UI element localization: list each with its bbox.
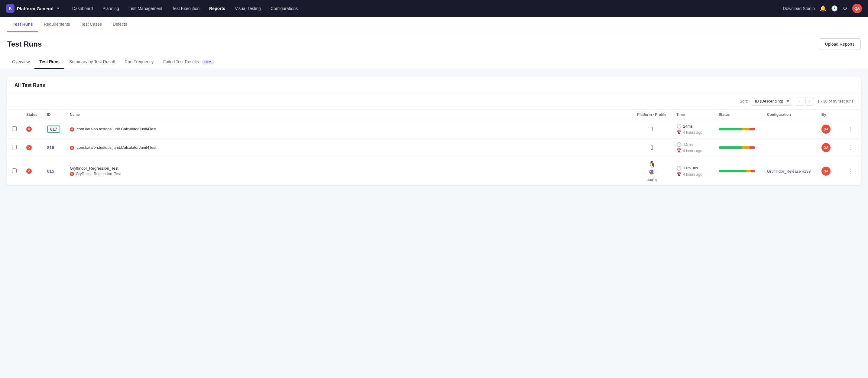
subtab-defects[interactable]: Defects <box>107 17 132 32</box>
row-id-cell: 815 <box>42 157 65 185</box>
nav-test-execution[interactable]: Test Execution <box>168 4 204 13</box>
nav-reports[interactable]: Reports <box>205 4 229 13</box>
run-name: Gryffindor_Regression_Test <box>70 166 627 171</box>
run-id-link[interactable]: 817 <box>47 125 60 133</box>
col-header-time: Time <box>672 110 714 120</box>
tab-test-runs[interactable]: Test Runs <box>34 55 64 69</box>
linux-icon: 🐧 <box>648 161 656 168</box>
bar-incomplete <box>746 170 751 172</box>
row-checkbox[interactable] <box>12 126 17 131</box>
subtab-requirements[interactable]: Requirements <box>38 17 75 32</box>
run-sub-name-row: ✕ Gryffindor_Regression_Test <box>70 172 627 176</box>
row-status-bar-cell <box>714 120 762 139</box>
tab-overview[interactable]: Overview <box>7 55 34 69</box>
svg-point-2 <box>651 171 653 173</box>
row-name-cell: Gryffindor_Regression_Test ✕ Gryffindor_… <box>65 157 632 185</box>
run-id-link[interactable]: 815 <box>47 169 54 174</box>
beta-badge: Beta <box>202 60 214 64</box>
row-checkbox-cell <box>7 139 22 157</box>
calendar-icon: 📅 <box>676 172 682 177</box>
more-options-button[interactable]: ⋮ <box>846 124 856 134</box>
avatar: QA <box>822 124 831 134</box>
more-options-button[interactable]: ⋮ <box>846 167 856 176</box>
row-status-bar-cell <box>714 157 762 185</box>
status-fail-icon: ✕ <box>26 126 32 132</box>
subtab-test-runs[interactable]: Test Runs <box>7 17 38 32</box>
run-duration: 14ms <box>683 124 693 128</box>
table-row: ✕ 815 Gryffindor_Regression_Test ✕ Gryff… <box>7 157 861 185</box>
sort-select[interactable]: ID (Descending) ID (Ascending) Name (A-Z… <box>752 97 792 106</box>
row-status-cell: ✕ <box>22 157 42 185</box>
run-name-status-icon: ✕ <box>70 127 74 132</box>
settings-icon[interactable]: ⚙ <box>843 5 847 12</box>
bar-fail <box>749 128 755 130</box>
clock-icon: 🕐 <box>676 124 682 128</box>
notifications-icon[interactable]: 🔔 <box>819 5 826 12</box>
nav-planning[interactable]: Planning <box>98 4 123 13</box>
row-platform-cell:  <box>632 120 672 139</box>
subtab-test-cases[interactable]: Test Cases <box>75 17 107 32</box>
time-duration-row: 🕐 14ms <box>676 124 709 128</box>
top-navigation: K Platform General ▾ Dashboard Planning … <box>0 0 868 17</box>
calendar-icon: 📅 <box>676 130 682 135</box>
table-row: ✕ 816 ✕ com.katalon.testops.junit.Calcul… <box>7 139 861 157</box>
col-header-status2: Status <box>714 110 762 120</box>
run-name-text[interactable]: Gryffindor_Regression_Test <box>70 166 119 171</box>
bar-pass <box>719 128 742 130</box>
row-time-cell: 🕐 14ms 📅 4 hours ago <box>672 139 714 157</box>
pagination-next-button[interactable]: › <box>805 97 814 106</box>
bar-fail <box>749 146 755 149</box>
row-actions-cell: ⋮ <box>841 120 861 139</box>
row-status-bar-cell <box>714 139 762 157</box>
row-by-cell: QA <box>817 120 841 139</box>
brand-icon: K <box>6 4 14 13</box>
download-studio-link[interactable]: Download Studio <box>783 6 815 11</box>
row-status-cell: ✕ <box>22 139 42 157</box>
run-name-status-icon: ✕ <box>70 146 74 150</box>
pagination-nav: ‹ › <box>796 97 814 106</box>
time-ago-row: 📅 4 hours ago <box>676 148 709 153</box>
row-platform-cell:  <box>632 139 672 157</box>
configuration-link[interactable]: Gryffindor_Release #139 <box>767 169 811 174</box>
platform-info: 🐧 <box>637 161 667 181</box>
run-id-link[interactable]: 816 <box>47 145 54 150</box>
row-status-cell: ✕ <box>22 120 42 139</box>
row-id-cell: 817 <box>42 120 65 139</box>
run-name: ✕ com.katalon.testops.junit.CalculatorJu… <box>70 127 627 132</box>
row-config-cell <box>762 139 817 157</box>
table-row: ✕ 817 ✕ com.katalon.testops.junit.Calcul… <box>7 120 861 139</box>
user-avatar[interactable]: QA <box>852 4 862 13</box>
history-icon[interactable]: 🕐 <box>831 5 838 12</box>
more-options-button[interactable]: ⋮ <box>846 143 856 152</box>
row-checkbox[interactable] <box>12 169 17 173</box>
row-platform-cell: 🐧 <box>632 157 672 185</box>
run-duration: 14ms <box>683 142 693 147</box>
pagination-prev-button[interactable]: ‹ <box>796 97 804 106</box>
bar-pass <box>719 146 742 149</box>
row-checkbox[interactable] <box>12 145 17 149</box>
time-duration-row: 🕐 11m 38s <box>676 166 709 171</box>
time-ago-row: 📅 4 hours ago <box>676 172 709 177</box>
content-tabs: Overview Test Runs Summary by Test Resul… <box>0 55 868 69</box>
nav-configurations[interactable]: Configurations <box>266 4 302 13</box>
nav-divider <box>779 4 779 13</box>
sub-tabs: Test Runs Requirements Test Cases Defect… <box>0 17 868 32</box>
nav-test-management[interactable]: Test Management <box>125 4 166 13</box>
run-duration: 11m 38s <box>683 166 698 170</box>
main-content: All Test Runs Sort: ID (Descending) ID (… <box>0 69 868 378</box>
nav-dashboard[interactable]: Dashboard <box>68 4 97 13</box>
tab-run-frequency[interactable]: Run Frequency <box>120 55 158 69</box>
row-config-cell <box>762 120 817 139</box>
clock-icon: 🕐 <box>676 142 682 147</box>
run-name-text[interactable]: com.katalon.testops.junit.CalculatorJuni… <box>77 145 157 150</box>
tab-summary-by-test-result[interactable]: Summary by Test Result <box>64 55 120 69</box>
upload-reports-button[interactable]: Upload Reports <box>819 38 861 50</box>
run-name-text[interactable]: com.katalon.testops.junit.CalculatorJuni… <box>77 127 157 131</box>
col-header-name: Name <box>65 110 632 120</box>
row-time-cell: 🕐 11m 38s 📅 4 hours ago <box>672 157 714 185</box>
tab-failed-test-results[interactable]: Failed Test Results Beta <box>158 55 219 69</box>
brand-logo[interactable]: K Platform General ▾ <box>6 4 59 13</box>
nav-visual-testing[interactable]: Visual Testing <box>230 4 265 13</box>
run-sub-name-text: Gryffindor_Regression_Test <box>76 172 121 176</box>
time-ago-row: 📅 4 hours ago <box>676 130 709 135</box>
